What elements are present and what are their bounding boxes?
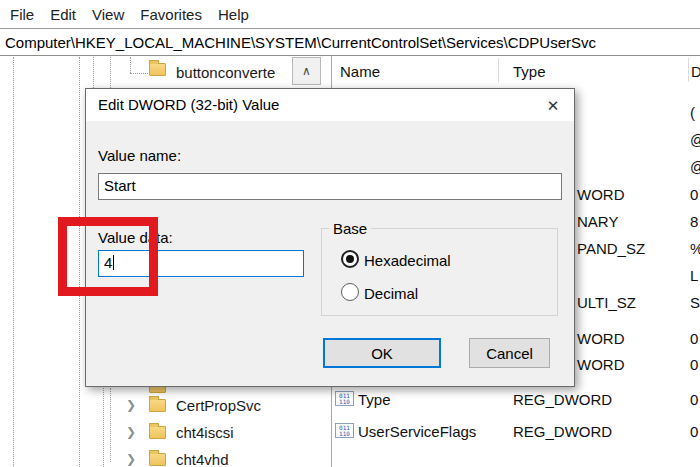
tree-scrollbar-up-button[interactable]: ∧ xyxy=(292,57,321,85)
value-data-cell: 0 xyxy=(690,330,698,347)
value-data-cell: S xyxy=(690,294,700,311)
dialog-title-bar[interactable]: Edit DWORD (32-bit) Value ✕ xyxy=(86,89,574,121)
tree-guide-line xyxy=(130,73,148,74)
tree-guide-line xyxy=(110,57,111,88)
close-button[interactable]: ✕ xyxy=(538,93,568,118)
value-data-cell: @ xyxy=(690,131,700,148)
value-type-fragment: NARY xyxy=(577,213,618,230)
menu-item-favorites[interactable]: Favorites xyxy=(140,6,202,23)
value-type-fragment: PAND_SZ xyxy=(577,240,645,257)
dword-icon: 011110 xyxy=(335,391,354,406)
scroll-up-icon: ∧ xyxy=(302,64,311,78)
registry-path: Computer\HKEY_LOCAL_MACHINE\SYSTEM\Curre… xyxy=(5,34,596,51)
ok-button[interactable]: OK xyxy=(323,338,441,368)
menu-item-file[interactable]: File xyxy=(10,6,34,23)
value-name-cell: UserServiceFlags xyxy=(358,423,476,440)
value-type-cell: REG_DWORD xyxy=(513,423,612,440)
tree-item-cht4vhd[interactable]: cht4vhd xyxy=(176,451,229,467)
address-bar[interactable]: Computer\HKEY_LOCAL_MACHINE\SYSTEM\Curre… xyxy=(0,28,700,56)
expand-chevron-icon[interactable]: ❯ xyxy=(126,452,136,466)
dword-icon: 011110 xyxy=(335,423,354,438)
table-row[interactable]: 011110UserServiceFlagsREG_DWORD0 xyxy=(0,423,700,440)
column-header-data[interactable]: Data xyxy=(691,63,700,80)
menu-bar: FileEditViewFavoritesHelp xyxy=(0,0,700,28)
decimal-radio-label[interactable]: Decimal xyxy=(364,285,418,302)
tree-item-buttonconverte[interactable]: buttonconverte xyxy=(176,64,275,81)
value-data-cell: % xyxy=(690,240,700,257)
hexadecimal-radio[interactable] xyxy=(341,250,359,268)
value-data-cell: 8 xyxy=(690,213,698,230)
value-data-cell: L xyxy=(690,267,698,284)
dialog-title: Edit DWORD (32-bit) Value xyxy=(98,96,279,113)
folder-icon xyxy=(149,63,166,76)
menu-item-help[interactable]: Help xyxy=(218,6,249,23)
base-groupbox xyxy=(321,228,558,316)
table-row[interactable]: 011110TypeREG_DWORD0 xyxy=(0,391,700,408)
value-name-label: Value name: xyxy=(98,147,181,164)
value-name-text: Start xyxy=(104,177,136,194)
folder-icon xyxy=(149,453,166,466)
value-data-cell: @ xyxy=(690,158,700,175)
base-group-label: Base xyxy=(329,220,371,237)
registry-editor-window: FileEditViewFavoritesHelp Computer\HKEY_… xyxy=(0,0,700,467)
column-header-type[interactable]: Type xyxy=(513,63,546,80)
hexadecimal-radio-label[interactable]: Hexadecimal xyxy=(364,252,451,269)
value-data-cell: 0 xyxy=(690,186,698,203)
column-separator[interactable] xyxy=(498,58,499,82)
decimal-radio[interactable] xyxy=(341,283,359,301)
value-data-cell: 0 xyxy=(690,356,698,373)
tree-guide-line xyxy=(93,57,94,88)
value-data-cell: 0 xyxy=(690,391,698,408)
column-header-name[interactable]: Name xyxy=(340,63,380,80)
tree-guide-line xyxy=(130,57,131,73)
value-type-fragment: WORD xyxy=(577,356,625,373)
value-data-cell: ( xyxy=(690,104,695,121)
close-icon: ✕ xyxy=(547,97,560,115)
value-type-fragment: ULTI_SZ xyxy=(577,294,636,311)
cancel-button[interactable]: Cancel xyxy=(469,338,550,368)
menu-item-edit[interactable]: Edit xyxy=(50,6,76,23)
value-type-cell: REG_DWORD xyxy=(513,391,612,408)
column-separator[interactable] xyxy=(688,58,689,82)
edit-dword-dialog: Edit DWORD (32-bit) Value ✕ Value name: … xyxy=(85,88,575,387)
value-type-fragment: WORD xyxy=(577,330,625,347)
value-type-fragment: WORD xyxy=(577,186,625,203)
value-data-cell: 0 xyxy=(690,423,698,440)
value-name-cell: Type xyxy=(358,391,391,408)
annotation-highlight-box xyxy=(58,217,158,296)
value-name-field[interactable]: Start xyxy=(98,173,562,200)
menu-item-view[interactable]: View xyxy=(92,6,124,23)
